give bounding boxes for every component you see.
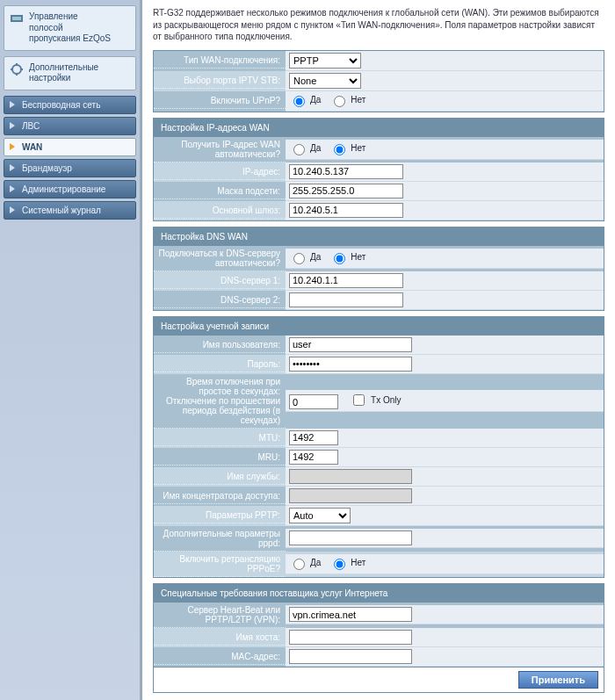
gw-input[interactable] xyxy=(289,203,403,218)
dns1-label: DNS-сервер 1: xyxy=(154,273,286,289)
wan-type-select[interactable]: PPTP xyxy=(289,53,361,69)
pppoe-relay-yes[interactable]: Да xyxy=(289,556,321,570)
advanced-icon xyxy=(10,62,24,76)
ip-label: IP-адрес: xyxy=(154,164,286,180)
chevron-right-icon xyxy=(10,122,15,129)
ip-auto-yes-radio[interactable] xyxy=(293,144,305,155)
dns-auto-label: Подключаться к DNS-серверу автоматически… xyxy=(154,246,286,271)
service-label: Имя службы: xyxy=(154,469,286,485)
sidebar-adv-l1: Дополнительные xyxy=(29,62,130,74)
apply-bar: Применить xyxy=(153,668,604,693)
sidebar-item-label: Системный журнал xyxy=(22,206,101,215)
chevron-right-icon xyxy=(10,185,15,192)
dns-auto-yes-radio[interactable] xyxy=(293,253,305,264)
main-content: RT-G32 поддерживает несколько режимов по… xyxy=(141,0,615,700)
pptp-param-label: Параметры PPTP: xyxy=(154,508,286,523)
gw-label: Основной шлюз: xyxy=(154,203,286,219)
upnp-label: Включить UPnP? xyxy=(154,93,286,109)
svg-rect-1 xyxy=(12,17,21,20)
sidebar-item-label: WAN xyxy=(22,142,42,152)
host-label: Имя хоста: xyxy=(154,630,286,646)
sidebar-ezqos-l3: пропускания EzQoS xyxy=(29,33,130,45)
ip-auto-label: Получить IP-адрес WAN автоматически? xyxy=(154,137,286,162)
sidebar-advanced[interactable]: Дополнительные настройки xyxy=(4,56,136,90)
panel-account: Настройка учетной записи Имя пользовател… xyxy=(153,316,604,578)
panel-connection: Тип WAN-подключения: PPTP Выбор порта IP… xyxy=(153,50,604,112)
concentrator-input[interactable] xyxy=(289,488,412,503)
apply-button[interactable]: Применить xyxy=(518,671,598,689)
host-input[interactable] xyxy=(289,630,412,645)
pppoe-relay-no-radio[interactable] xyxy=(334,559,345,570)
idle-input[interactable] xyxy=(289,394,338,409)
svg-point-2 xyxy=(12,65,21,74)
dns-auto-no[interactable]: Нет xyxy=(329,250,365,264)
panel-ip-title: Настройка IP-адреса WAN xyxy=(154,119,604,137)
chevron-right-icon xyxy=(10,143,15,150)
pppoe-relay-no[interactable]: Нет xyxy=(329,556,365,570)
sidebar-item-wireless[interactable]: Беспроводная сеть xyxy=(4,96,136,114)
iptv-label: Выбор порта IPTV STB: xyxy=(154,73,286,89)
panel-account-title: Настройка учетной записи xyxy=(154,317,604,336)
sidebar-ezqos-l2: полосой xyxy=(29,23,130,34)
sidebar-item-label: Беспроводная сеть xyxy=(22,100,100,110)
sidebar-item-label: ЛВС xyxy=(22,121,40,131)
ip-auto-no[interactable]: Нет xyxy=(329,141,365,155)
dns2-label: DNS-сервер 2: xyxy=(154,292,286,308)
panel-isp: Специальные требования поставщика услуг … xyxy=(153,583,604,668)
sidebar-ezqos[interactable]: Управление полосой пропускания EzQoS xyxy=(4,5,136,51)
panel-isp-title: Специальные требования поставщика услуг … xyxy=(154,584,604,603)
upnp-yes[interactable]: Да xyxy=(289,93,321,107)
sidebar-item-label: Брандмауэр xyxy=(22,163,72,173)
sidebar: Управление полосой пропускания EzQoS Доп… xyxy=(0,0,141,700)
pppd-extra-input[interactable] xyxy=(289,530,412,545)
mru-label: MRU: xyxy=(154,450,286,465)
chevron-right-icon xyxy=(10,164,15,171)
txonly-label: Tx Only xyxy=(371,395,401,405)
sidebar-item-wan[interactable]: WAN xyxy=(4,138,136,156)
wan-type-label: Тип WAN-подключения: xyxy=(154,53,286,69)
pass-input[interactable] xyxy=(289,357,412,372)
dns1-input[interactable] xyxy=(289,273,403,288)
upnp-yes-radio[interactable] xyxy=(293,96,305,107)
chevron-right-icon xyxy=(10,101,15,108)
idle-label: Время отключения при простое в секундах:… xyxy=(154,374,286,429)
sidebar-adv-l2: настройки xyxy=(29,73,130,84)
upnp-no-radio[interactable] xyxy=(334,96,345,107)
ezqos-icon xyxy=(10,11,24,25)
ip-auto-yes[interactable]: Да xyxy=(289,141,321,155)
user-label: Имя пользователя: xyxy=(154,337,286,353)
mask-input[interactable] xyxy=(289,184,403,198)
pass-label: Пароль: xyxy=(154,357,286,372)
sidebar-ezqos-l1: Управление xyxy=(29,11,130,23)
hb-label: Сервер Heart-Beat или PPTP/L2TP (VPN): xyxy=(154,603,286,628)
sidebar-item-admin[interactable]: Администрирование xyxy=(4,180,136,198)
dns-auto-no-radio[interactable] xyxy=(334,253,345,264)
pptp-param-select[interactable]: Auto xyxy=(289,508,351,523)
mtu-input[interactable] xyxy=(289,430,338,445)
mac-input[interactable] xyxy=(289,649,412,664)
panel-ip: Настройка IP-адреса WAN Получить IP-адре… xyxy=(153,118,604,221)
concentrator-label: Имя концентратора доступа: xyxy=(154,488,286,504)
panel-dns: Настройка DNS WAN Подключаться к DNS-сер… xyxy=(153,227,604,311)
sidebar-item-lan[interactable]: ЛВС xyxy=(4,117,136,135)
ip-input[interactable] xyxy=(289,164,403,179)
chevron-right-icon xyxy=(10,206,15,213)
hb-input[interactable] xyxy=(289,607,412,622)
ip-auto-no-radio[interactable] xyxy=(334,144,345,155)
user-input[interactable] xyxy=(289,337,412,352)
pppoe-relay-label: Включить ретрансляцию PPPoE? xyxy=(154,552,286,577)
sidebar-item-syslog[interactable]: Системный журнал xyxy=(4,201,136,220)
dns-auto-yes[interactable]: Да xyxy=(289,250,321,264)
mask-label: Маска подсети: xyxy=(154,184,286,199)
txonly-checkbox[interactable] xyxy=(353,394,365,406)
mtu-label: MTU: xyxy=(154,430,286,446)
iptv-select[interactable]: None xyxy=(289,73,361,89)
mru-input[interactable] xyxy=(289,450,338,465)
service-input[interactable] xyxy=(289,469,412,484)
upnp-no[interactable]: Нет xyxy=(329,93,365,107)
dns2-input[interactable] xyxy=(289,292,403,307)
intro-text: RT-G32 поддерживает несколько режимов по… xyxy=(153,7,604,43)
pppoe-relay-yes-radio[interactable] xyxy=(293,559,305,570)
sidebar-item-firewall[interactable]: Брандмауэр xyxy=(4,159,136,177)
pppd-extra-label: Дополнительные параметры pppd: xyxy=(154,526,286,552)
